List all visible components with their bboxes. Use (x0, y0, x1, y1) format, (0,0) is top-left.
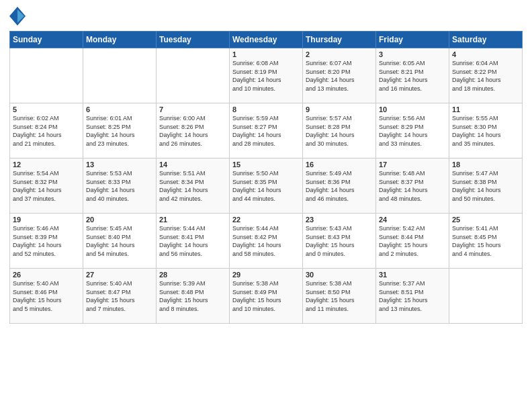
calendar-week-row: 1Sunrise: 6:08 AM Sunset: 8:19 PM Daylig… (10, 48, 523, 103)
day-number: 1 (232, 50, 300, 58)
day-number: 12 (13, 161, 80, 169)
calendar-cell: 6Sunrise: 6:01 AM Sunset: 8:25 PM Daylig… (83, 103, 157, 158)
calendar-cell: 21Sunrise: 5:44 AM Sunset: 8:41 PM Dayli… (157, 214, 230, 269)
day-number: 15 (232, 161, 300, 169)
day-number: 6 (86, 105, 153, 113)
day-info: Sunrise: 5:59 AM Sunset: 8:27 PM Dayligh… (232, 114, 300, 148)
calendar-cell (449, 269, 523, 324)
day-number: 22 (232, 216, 300, 224)
day-info: Sunrise: 5:57 AM Sunset: 8:28 PM Dayligh… (306, 114, 373, 148)
weekday-header-wednesday: Wednesday (230, 32, 303, 48)
day-info: Sunrise: 5:43 AM Sunset: 8:43 PM Dayligh… (306, 224, 373, 258)
calendar-cell: 15Sunrise: 5:50 AM Sunset: 8:35 PM Dayli… (230, 158, 303, 214)
weekday-header-sunday: Sunday (10, 32, 83, 48)
calendar-cell: 3Sunrise: 6:05 AM Sunset: 8:21 PM Daylig… (376, 48, 449, 103)
calendar-cell: 2Sunrise: 6:07 AM Sunset: 8:20 PM Daylig… (303, 48, 376, 103)
day-number: 23 (306, 216, 373, 224)
day-info: Sunrise: 6:00 AM Sunset: 8:26 PM Dayligh… (159, 114, 226, 148)
day-info: Sunrise: 5:45 AM Sunset: 8:40 PM Dayligh… (86, 224, 153, 258)
calendar-cell: 4Sunrise: 6:04 AM Sunset: 8:22 PM Daylig… (449, 48, 523, 103)
logo-icon (9, 7, 26, 26)
weekday-header-row: SundayMondayTuesdayWednesdayThursdayFrid… (10, 32, 523, 48)
calendar-cell: 17Sunrise: 5:48 AM Sunset: 8:37 PM Dayli… (376, 158, 449, 214)
day-info: Sunrise: 5:53 AM Sunset: 8:33 PM Dayligh… (86, 169, 153, 203)
calendar-cell: 16Sunrise: 5:49 AM Sunset: 8:36 PM Dayli… (303, 158, 376, 214)
day-number: 17 (379, 161, 446, 169)
calendar-cell: 18Sunrise: 5:47 AM Sunset: 8:38 PM Dayli… (449, 158, 523, 214)
day-info: Sunrise: 6:07 AM Sunset: 8:20 PM Dayligh… (306, 59, 373, 93)
calendar-cell: 5Sunrise: 6:02 AM Sunset: 8:24 PM Daylig… (10, 103, 83, 158)
day-info: Sunrise: 6:08 AM Sunset: 8:19 PM Dayligh… (232, 59, 300, 93)
day-number: 28 (159, 271, 226, 279)
day-number: 27 (86, 271, 153, 279)
day-number: 24 (379, 216, 446, 224)
day-number: 18 (452, 161, 519, 169)
day-info: Sunrise: 5:47 AM Sunset: 8:38 PM Dayligh… (452, 169, 519, 203)
header (9, 7, 523, 26)
day-number: 5 (13, 105, 80, 113)
calendar-cell: 25Sunrise: 5:41 AM Sunset: 8:45 PM Dayli… (449, 214, 523, 269)
day-info: Sunrise: 5:51 AM Sunset: 8:34 PM Dayligh… (159, 169, 226, 203)
day-number: 29 (232, 271, 300, 279)
calendar-cell: 11Sunrise: 5:55 AM Sunset: 8:30 PM Dayli… (449, 103, 523, 158)
weekday-header-saturday: Saturday (449, 32, 523, 48)
day-info: Sunrise: 5:49 AM Sunset: 8:36 PM Dayligh… (306, 169, 373, 203)
day-number: 8 (232, 105, 300, 113)
day-info: Sunrise: 6:01 AM Sunset: 8:25 PM Dayligh… (86, 114, 153, 148)
calendar-cell: 26Sunrise: 5:40 AM Sunset: 8:46 PM Dayli… (10, 269, 83, 324)
day-number: 14 (159, 161, 226, 169)
day-number: 13 (86, 161, 153, 169)
calendar-week-row: 26Sunrise: 5:40 AM Sunset: 8:46 PM Dayli… (10, 269, 523, 324)
day-number: 7 (159, 105, 226, 113)
calendar-cell: 10Sunrise: 5:56 AM Sunset: 8:29 PM Dayli… (376, 103, 449, 158)
calendar-cell: 29Sunrise: 5:38 AM Sunset: 8:49 PM Dayli… (230, 269, 303, 324)
calendar-cell: 12Sunrise: 5:54 AM Sunset: 8:32 PM Dayli… (10, 158, 83, 214)
day-number: 2 (306, 50, 373, 58)
calendar-cell: 30Sunrise: 5:38 AM Sunset: 8:50 PM Dayli… (303, 269, 376, 324)
calendar-week-row: 12Sunrise: 5:54 AM Sunset: 8:32 PM Dayli… (10, 158, 523, 214)
day-number: 31 (379, 271, 446, 279)
day-info: Sunrise: 5:50 AM Sunset: 8:35 PM Dayligh… (232, 169, 300, 203)
weekday-header-monday: Monday (83, 32, 157, 48)
day-number: 21 (159, 216, 226, 224)
day-number: 4 (452, 50, 519, 58)
calendar-cell: 23Sunrise: 5:43 AM Sunset: 8:43 PM Dayli… (303, 214, 376, 269)
day-info: Sunrise: 5:55 AM Sunset: 8:30 PM Dayligh… (452, 114, 519, 148)
calendar-cell: 27Sunrise: 5:40 AM Sunset: 8:47 PM Dayli… (83, 269, 157, 324)
day-info: Sunrise: 5:38 AM Sunset: 8:49 PM Dayligh… (232, 279, 300, 313)
day-number: 9 (306, 105, 373, 113)
calendar-cell: 22Sunrise: 5:44 AM Sunset: 8:42 PM Dayli… (230, 214, 303, 269)
day-number: 19 (13, 216, 80, 224)
day-info: Sunrise: 6:02 AM Sunset: 8:24 PM Dayligh… (13, 114, 80, 148)
calendar-cell: 20Sunrise: 5:45 AM Sunset: 8:40 PM Dayli… (83, 214, 157, 269)
calendar-cell (83, 48, 157, 103)
logo (9, 7, 28, 26)
page: SundayMondayTuesdayWednesdayThursdayFrid… (0, 0, 532, 411)
calendar-cell: 31Sunrise: 5:37 AM Sunset: 8:51 PM Dayli… (376, 269, 449, 324)
day-number: 20 (86, 216, 153, 224)
day-info: Sunrise: 6:05 AM Sunset: 8:21 PM Dayligh… (379, 59, 446, 93)
day-info: Sunrise: 6:04 AM Sunset: 8:22 PM Dayligh… (452, 59, 519, 93)
calendar-week-row: 5Sunrise: 6:02 AM Sunset: 8:24 PM Daylig… (10, 103, 523, 158)
day-number: 26 (13, 271, 80, 279)
calendar-cell: 9Sunrise: 5:57 AM Sunset: 8:28 PM Daylig… (303, 103, 376, 158)
day-info: Sunrise: 5:44 AM Sunset: 8:41 PM Dayligh… (159, 224, 226, 258)
day-number: 30 (306, 271, 373, 279)
day-info: Sunrise: 5:48 AM Sunset: 8:37 PM Dayligh… (379, 169, 446, 203)
day-number: 10 (379, 105, 446, 113)
weekday-header-friday: Friday (376, 32, 449, 48)
day-info: Sunrise: 5:37 AM Sunset: 8:51 PM Dayligh… (379, 279, 446, 313)
day-number: 3 (379, 50, 446, 58)
calendar-cell: 7Sunrise: 6:00 AM Sunset: 8:26 PM Daylig… (157, 103, 230, 158)
day-info: Sunrise: 5:54 AM Sunset: 8:32 PM Dayligh… (13, 169, 80, 203)
calendar-cell: 8Sunrise: 5:59 AM Sunset: 8:27 PM Daylig… (230, 103, 303, 158)
day-info: Sunrise: 5:56 AM Sunset: 8:29 PM Dayligh… (379, 114, 446, 148)
weekday-header-thursday: Thursday (303, 32, 376, 48)
day-info: Sunrise: 5:42 AM Sunset: 8:44 PM Dayligh… (379, 224, 446, 258)
day-number: 25 (452, 216, 519, 224)
day-info: Sunrise: 5:39 AM Sunset: 8:48 PM Dayligh… (159, 279, 226, 313)
calendar-cell: 13Sunrise: 5:53 AM Sunset: 8:33 PM Dayli… (83, 158, 157, 214)
calendar-cell: 28Sunrise: 5:39 AM Sunset: 8:48 PM Dayli… (157, 269, 230, 324)
day-info: Sunrise: 5:40 AM Sunset: 8:47 PM Dayligh… (86, 279, 153, 313)
calendar-cell: 14Sunrise: 5:51 AM Sunset: 8:34 PM Dayli… (157, 158, 230, 214)
